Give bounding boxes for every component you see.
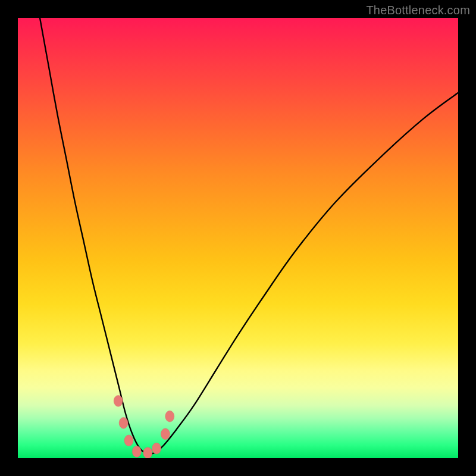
curve-marker [165,411,174,422]
curve-svg [18,18,458,458]
chart-frame: TheBottleneck.com [0,0,476,476]
curve-marker [119,417,128,428]
curve-marker [132,446,141,458]
curve-marker [143,447,152,458]
watermark-text: TheBottleneck.com [366,4,470,17]
curve-marker [161,428,170,440]
curve-marker [114,395,123,406]
plot-area [18,18,458,458]
curve-marker [124,435,133,446]
curve-marker [152,443,161,454]
bottleneck-curve [40,18,458,454]
